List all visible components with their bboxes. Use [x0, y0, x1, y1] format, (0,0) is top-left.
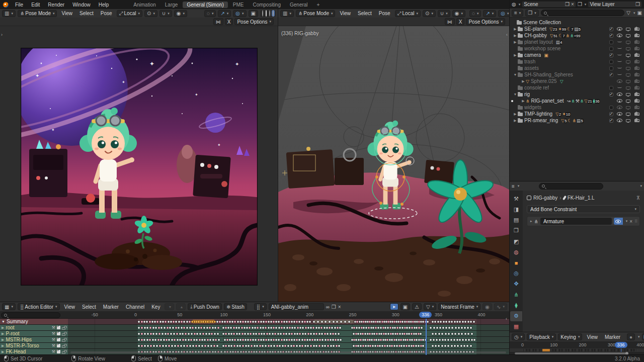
keyframe[interactable] [315, 327, 317, 329]
keyframe[interactable] [245, 321, 247, 323]
keyframe[interactable] [414, 339, 416, 341]
keyframe[interactable] [386, 339, 388, 341]
keyframe[interactable] [236, 333, 238, 335]
keyframe[interactable] [265, 345, 267, 347]
keyframe[interactable] [364, 339, 366, 341]
constraint-enable-button[interactable] [614, 218, 623, 225]
keyframe[interactable] [208, 333, 210, 335]
keyframe[interactable] [321, 333, 323, 335]
keyframe[interactable] [336, 345, 338, 347]
keyframe[interactable] [430, 327, 432, 329]
hide-eye-closed-icon[interactable] [617, 53, 622, 55]
keyframe[interactable] [368, 327, 370, 329]
keyframe[interactable] [242, 345, 244, 347]
shading-solid-button[interactable] [265, 10, 268, 17]
keyframe[interactable] [432, 321, 434, 323]
hide-eye-icon[interactable] [617, 79, 622, 83]
menu-render[interactable]: Render [44, 2, 68, 8]
pivot-point-button[interactable]: ⊙▾ [144, 10, 157, 17]
keyframe[interactable] [301, 345, 303, 347]
keyframe[interactable] [427, 321, 429, 323]
disable-viewport-icon[interactable] [626, 34, 630, 37]
drag-handle-icon[interactable]: ⠿ [634, 219, 637, 224]
mirror-toggle-button[interactable]: ⋈ [213, 18, 223, 25]
keyframe[interactable] [418, 327, 420, 329]
keyframe[interactable] [274, 333, 276, 335]
keyframe[interactable] [170, 333, 172, 335]
display-mode-button[interactable]: ≡▾ [512, 10, 523, 17]
keyframe[interactable] [411, 345, 413, 347]
properties-tab-output[interactable]: ▤ [510, 215, 522, 225]
only-errors-filter[interactable]: ⚠ [412, 303, 422, 310]
keyframe[interactable] [315, 345, 317, 347]
keyframe[interactable] [304, 333, 306, 335]
channel-row-mstr-p-torso[interactable]: ▶MSTR-P-Torso⚒ [0, 343, 509, 349]
breadcrumb-object[interactable]: RIG-gabby [533, 195, 557, 201]
keyframe[interactable] [270, 345, 272, 347]
keyframe[interactable] [178, 327, 180, 329]
disable-viewport-icon[interactable] [626, 67, 630, 70]
keyframe[interactable] [214, 333, 216, 335]
keyframe[interactable] [296, 333, 298, 335]
snap-button[interactable]: ∪▾ [159, 10, 172, 17]
keyframe[interactable] [334, 327, 336, 329]
keyframe[interactable] [194, 333, 196, 335]
keyframe[interactable] [144, 327, 146, 329]
channel-enable-checkbox[interactable] [57, 332, 60, 335]
keyframe[interactable] [225, 345, 227, 347]
keyframe[interactable] [198, 327, 200, 329]
keyframe[interactable] [299, 327, 301, 329]
keyframe[interactable] [371, 339, 373, 341]
keyframe[interactable] [288, 339, 290, 341]
exclude-checkbox[interactable] [609, 86, 613, 90]
playhead[interactable] [426, 319, 427, 355]
keyframe[interactable] [165, 321, 167, 323]
keyframe[interactable] [396, 327, 398, 329]
keyframe[interactable] [386, 345, 388, 347]
channel-search[interactable] [1, 312, 60, 318]
keyframe[interactable] [330, 339, 332, 341]
keyframe[interactable] [273, 321, 275, 323]
keyframe[interactable] [473, 339, 475, 341]
viewport-camera[interactable]: ▥▾⋔Pose Mode▾ViewSelectPose⤢Local▾⊙▾∪▾◉▾… [0, 9, 278, 302]
keyframe[interactable] [261, 333, 263, 335]
keyframe[interactable] [209, 321, 211, 323]
keyframe[interactable] [154, 339, 156, 341]
keyframe[interactable] [378, 333, 380, 335]
hide-eye-icon[interactable] [617, 112, 622, 116]
mirror-axis-button[interactable]: X [456, 18, 465, 25]
properties-search[interactable] [539, 183, 603, 190]
keyframe[interactable] [327, 339, 329, 341]
keyframe[interactable] [465, 339, 467, 341]
keyframe[interactable] [268, 321, 270, 323]
keyframe[interactable] [229, 339, 231, 341]
keyframe[interactable] [337, 327, 339, 329]
keyframe[interactable] [369, 333, 371, 335]
keyframe[interactable] [389, 345, 391, 347]
keyframe[interactable] [167, 333, 169, 335]
keyframe[interactable] [339, 327, 341, 329]
keyframe[interactable] [442, 339, 444, 341]
hide-eye-closed-icon[interactable] [617, 60, 622, 62]
keyframe[interactable] [171, 345, 173, 347]
keyframe[interactable] [237, 321, 239, 323]
keyframe[interactable] [253, 333, 255, 335]
workspace-tab-large[interactable]: Large [161, 2, 182, 8]
sidebar-toggle-icon[interactable]: ‹ [506, 32, 508, 37]
workspace-tab-animation[interactable]: Animation [129, 2, 159, 8]
keyframe[interactable] [332, 339, 334, 341]
keyframe[interactable] [307, 345, 309, 347]
menu-pose[interactable]: Pose [98, 11, 115, 16]
keyframe[interactable] [311, 339, 313, 341]
keyframe[interactable] [467, 333, 469, 335]
keyframe[interactable] [458, 327, 460, 329]
keyframe[interactable] [451, 345, 453, 347]
disable-render-icon[interactable] [634, 54, 639, 57]
keyframe[interactable] [313, 333, 315, 335]
dope-sheet-ruler[interactable]: -50050100150200250300350400336 [0, 311, 509, 319]
proportional-edit-button[interactable]: ◉▾ [452, 10, 465, 17]
keyframe[interactable] [283, 321, 285, 323]
keyframe[interactable] [166, 339, 168, 341]
keyframe[interactable] [190, 339, 192, 341]
keyframe[interactable] [286, 339, 288, 341]
